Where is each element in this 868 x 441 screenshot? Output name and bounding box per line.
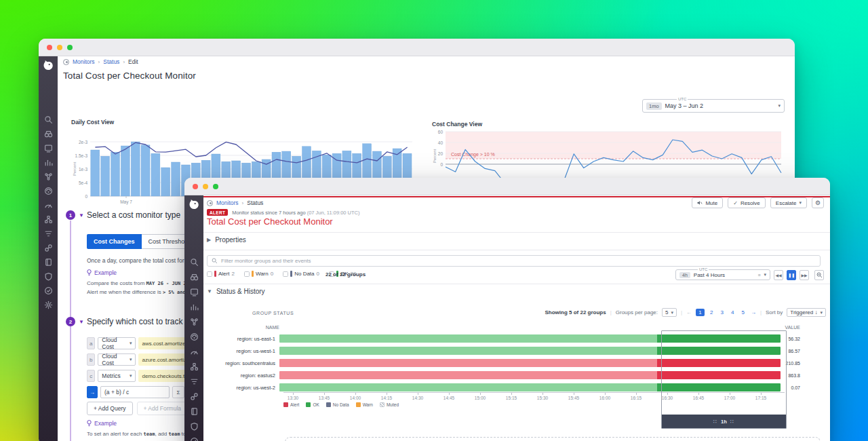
pause-button[interactable]: ❚❚ (787, 270, 796, 280)
app-sidebar (39, 56, 58, 441)
query-letter: a (87, 337, 95, 349)
formula-field[interactable]: (a + b) / c (100, 386, 170, 398)
status-chip-no-data[interactable]: No Data0 (283, 271, 319, 277)
maximize-window-button[interactable] (67, 45, 73, 50)
monitor-type-description: Once a day, compare the total cost for t… (87, 257, 186, 264)
dashboards-icon[interactable] (190, 287, 199, 296)
status-chip-warn[interactable]: Warn0 (244, 271, 273, 277)
time-tick: 14:00 (350, 396, 361, 400)
watchdog-icon[interactable] (190, 272, 199, 281)
compliance-icon[interactable] (44, 286, 53, 294)
datadog-logo-icon[interactable] (188, 198, 200, 210)
search-icon[interactable] (190, 257, 199, 266)
svg-text:Cost Change > 10 %: Cost Change > 10 % (451, 152, 495, 157)
settings-button[interactable]: ⚙ (812, 197, 824, 208)
group-name: region: us-west-1 (184, 348, 279, 354)
metrics-icon[interactable] (190, 302, 199, 311)
status-chip-alert[interactable]: Alert2 (207, 271, 235, 277)
checkbox[interactable] (244, 271, 250, 277)
logs-icon[interactable] (44, 229, 53, 237)
apm-icon[interactable] (44, 200, 53, 209)
per-page-select[interactable]: 5▾ (662, 308, 677, 317)
breadcrumb-status[interactable]: Status (103, 58, 119, 65)
status-history-toggle[interactable]: ▼ Status & History (207, 288, 265, 295)
security-icon[interactable] (190, 421, 199, 430)
settings-icon[interactable] (44, 300, 53, 309)
svg-text:0: 0 (440, 162, 443, 167)
window-titlebar[interactable] (184, 178, 830, 195)
search-icon[interactable] (44, 115, 53, 123)
zoom-out-icon[interactable] (814, 270, 824, 280)
checkbox[interactable] (207, 271, 212, 277)
legend-item-no-data: No Data (326, 402, 349, 407)
svg-text:0: 0 (85, 194, 87, 199)
infrastructure-icon[interactable] (190, 317, 199, 326)
prev-page-arrow[interactable]: ← (686, 309, 692, 315)
breadcrumb-monitors[interactable]: Monitors (73, 58, 95, 65)
chevron-down-icon: ▼ (207, 288, 212, 294)
datadog-logo-icon[interactable] (42, 59, 54, 71)
sort-select[interactable]: Triggered ↓▾ (787, 308, 826, 317)
chevron-down-icon[interactable]: ▼ (79, 319, 84, 325)
add-query-button[interactable]: + Add Query (87, 402, 133, 415)
group-filter-input[interactable]: Filter monitor groups and their events (207, 255, 821, 267)
backward-button[interactable]: ◀◀ (774, 270, 783, 280)
notebooks-icon[interactable] (190, 406, 199, 415)
time-selection-box[interactable]: ∷ 1h ∷ (661, 330, 787, 429)
sigma-button[interactable]: Σ (172, 386, 184, 398)
monitors-icon[interactable] (44, 186, 53, 195)
next-page-arrow[interactable]: → (751, 309, 756, 315)
group-name: region: eastus2 (184, 372, 279, 379)
escalate-button[interactable]: Escalate ▾ (770, 197, 807, 208)
example-link[interactable]: Example (87, 269, 117, 276)
maximize-window-button[interactable] (213, 184, 218, 189)
minimize-window-button[interactable] (203, 184, 208, 189)
watchdog-icon[interactable] (44, 129, 53, 138)
processes-icon[interactable] (44, 214, 53, 223)
example-link[interactable]: Example (87, 420, 117, 427)
metrics-icon[interactable] (44, 157, 53, 166)
time-span-badge: 4h (679, 272, 690, 278)
mute-button[interactable]: Mute (692, 197, 723, 208)
breadcrumb-monitors[interactable]: Monitors (216, 199, 239, 206)
svg-text:May 7: May 7 (120, 199, 132, 205)
page-5[interactable]: 5 (739, 309, 746, 316)
time-range-picker[interactable]: UTC 4h Past 4 Hours ≡ ▾ (675, 269, 770, 280)
page-2[interactable]: 2 (708, 309, 715, 316)
add-formula-button[interactable]: + Add Formula (137, 402, 189, 415)
step-connector (70, 220, 71, 441)
selection-drag-handle[interactable]: ∷ 1h ∷ (662, 415, 786, 428)
query-source-select[interactable]: Metrics▾ (98, 370, 136, 382)
checkbox[interactable] (283, 271, 288, 277)
legend-item-warn: Warn (356, 402, 373, 407)
traces-icon[interactable] (44, 243, 53, 252)
time-range-picker[interactable]: UTC 1mo May 3 – Jun 2 ▾ (642, 99, 785, 113)
properties-toggle[interactable]: ▶ Properties (207, 236, 246, 244)
chevron-down-icon: ▾ (799, 200, 802, 206)
notebooks-icon[interactable] (44, 257, 53, 266)
query-rows: a Cloud Cost▾ aws.cost.amortized b Cloud… (87, 337, 195, 402)
page-1[interactable]: 1 (696, 309, 705, 316)
security-icon[interactable] (44, 271, 53, 280)
utc-label: UTC (677, 97, 688, 101)
query-source-select[interactable]: Cloud Cost▾ (98, 337, 136, 349)
svg-text:20: 20 (438, 151, 443, 156)
page-3[interactable]: 3 (719, 309, 726, 316)
page-4[interactable]: 4 (729, 309, 736, 316)
tab-cost-changes[interactable]: Cost Changes (87, 234, 142, 249)
group-value: 56.32 (788, 337, 800, 341)
forward-button[interactable]: ▶▶ (800, 270, 809, 280)
close-window-button[interactable] (47, 45, 52, 50)
compliance-icon[interactable] (190, 436, 199, 441)
query-source-select[interactable]: Cloud Cost▾ (98, 353, 136, 366)
group-value: 86.57 (788, 349, 800, 353)
window-titlebar[interactable] (39, 39, 795, 56)
close-window-button[interactable] (193, 184, 198, 189)
infrastructure-icon[interactable] (44, 172, 53, 180)
minimize-window-button[interactable] (57, 45, 62, 50)
resolve-button[interactable]: ✓ Resolve (728, 197, 766, 208)
chevron-down-icon[interactable]: ▼ (79, 212, 84, 218)
group-name: region: southcentralus (184, 360, 279, 366)
time-range-value: Past 4 Hours (694, 272, 725, 278)
dashboards-icon[interactable] (44, 143, 53, 152)
